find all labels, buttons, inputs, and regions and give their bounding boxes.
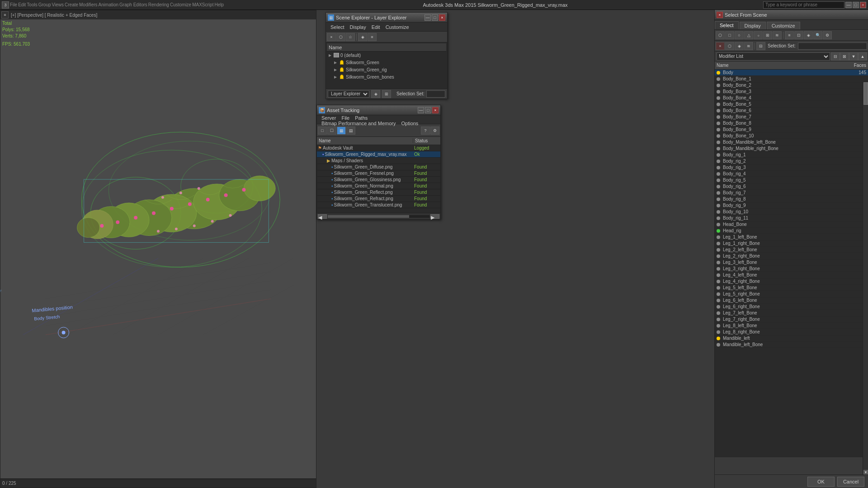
at-btn-3[interactable]: ▦ — [337, 127, 346, 135]
scene-item-30[interactable]: Leg_3_left_Bone — [715, 259, 868, 266]
sfs-close-btn[interactable]: × — [717, 12, 723, 18]
scene-item-16[interactable]: Body_rig_4 — [715, 171, 868, 177]
sfs-tab-display[interactable]: Display — [740, 22, 766, 29]
le-btn-5[interactable]: ≡ — [368, 33, 377, 41]
le-btn-1[interactable]: × — [327, 33, 336, 41]
scene-item-12[interactable]: Body_Mandible_right_Bone — [715, 145, 868, 152]
sfs-btn-sel2[interactable]: □ — [725, 31, 734, 39]
scene-item-31[interactable]: Leg_3_right_Bone — [715, 266, 868, 272]
sfs-mod-btn2[interactable]: ⊠ — [840, 52, 849, 61]
scene-item-39[interactable]: Leg_7_right_Bone — [715, 316, 868, 323]
vp-menu-btn[interactable]: ≡ — [1, 11, 9, 19]
sfs-selection-set-input[interactable] — [798, 42, 867, 50]
at-settings-btn[interactable]: ⚙ — [430, 127, 439, 135]
scroll-right-btn[interactable]: ▶ — [430, 214, 439, 219]
sfs-btn-t3[interactable]: ≋ — [744, 42, 753, 50]
scene-item-0[interactable]: Body145 — [715, 70, 868, 76]
menu-create[interactable]: Create — [65, 2, 78, 7]
menu-group[interactable]: Group — [38, 2, 51, 7]
scene-item-28[interactable]: Leg_2_left_Bone — [715, 247, 868, 253]
asset-tracking-titlebar[interactable]: 📦 Asset Tracking — □ × — [317, 105, 440, 115]
layer-bottom-select[interactable]: Layer Explorer — [328, 90, 369, 98]
scene-item-7[interactable]: Body_Bone_7 — [715, 114, 868, 120]
scene-item-4[interactable]: Body_Bone_4 — [715, 95, 868, 101]
menu-customize[interactable]: Customize — [170, 2, 191, 7]
asset-row-normal[interactable]: ▪Silkworm_Green_Normal.png Found — [317, 183, 440, 189]
scene-item-35[interactable]: Leg_5_right_Bone — [715, 291, 868, 297]
scene-item-15[interactable]: Body_rig_3 — [715, 164, 868, 171]
menu-views[interactable]: Views — [52, 2, 64, 7]
le-menu-customize[interactable]: Customize — [383, 24, 412, 30]
sfs-btn-t1[interactable]: ⬡ — [725, 42, 734, 50]
scene-item-27[interactable]: Leg_1_right_Bone — [715, 240, 868, 247]
asset-row-translucent[interactable]: ▪Silkworm_Green_Translucent.png Found — [317, 202, 440, 208]
selection-set-input[interactable] — [426, 90, 445, 98]
le-menu-display[interactable]: Display — [347, 24, 369, 30]
maximize-btn[interactable]: □ — [853, 2, 859, 8]
at-menu-server[interactable]: Server — [319, 115, 339, 121]
menu-file[interactable]: File — [10, 2, 17, 7]
le-btn-2[interactable]: ⬡ — [336, 33, 345, 41]
asset-tracking-maximize[interactable]: □ — [425, 107, 431, 113]
scene-item-33[interactable]: Leg_4_right_Bone — [715, 278, 868, 285]
at-menu-paths[interactable]: Paths — [352, 115, 370, 121]
sfs-mod-btn3[interactable]: ▼ — [849, 52, 858, 61]
scene-item-10[interactable]: Body_Bone_10 — [715, 133, 868, 139]
at-help-btn[interactable]: ? — [421, 127, 430, 135]
le-menu-edit[interactable]: Edit — [369, 24, 383, 30]
layer-item-default[interactable]: ▶ 0 (default) — [327, 52, 446, 59]
scene-item-22[interactable]: Body_rig_10 — [715, 209, 868, 215]
sfs-btn-filter1[interactable]: ≡ — [785, 31, 794, 39]
scene-item-13[interactable]: Body_rig_1 — [715, 152, 868, 158]
scene-item-38[interactable]: Leg_7_left_Bone — [715, 310, 868, 316]
menu-tools[interactable]: Tools — [27, 2, 37, 7]
sfs-tab-customize[interactable]: Customize — [767, 22, 800, 29]
sfs-close-x[interactable]: × — [716, 42, 725, 50]
sfs-ok-btn[interactable]: OK — [807, 477, 835, 487]
le-btn-4[interactable]: ◈ — [358, 33, 367, 41]
scene-item-5[interactable]: Body_Bone_5 — [715, 101, 868, 108]
asset-row-diffuse[interactable]: ▪Silkworm_Green_Diffuse.png Found — [317, 164, 440, 170]
scene-item-1[interactable]: Body_Bone_1 — [715, 76, 868, 82]
scene-item-36[interactable]: Leg_6_left_Bone — [715, 297, 868, 304]
sfs-btn-filter2[interactable]: ⊡ — [794, 31, 803, 39]
at-menu-file[interactable]: File — [339, 115, 352, 121]
scroll-left-btn[interactable]: ◀ — [318, 214, 327, 219]
layer-explorer-close[interactable]: × — [439, 14, 445, 21]
asset-row-vault[interactable]: ⚑Autodesk Vault Logged — [317, 145, 440, 151]
le-menu-select[interactable]: Select — [328, 24, 347, 30]
sfs-btn-filter3[interactable]: ◈ — [804, 31, 813, 39]
scene-item-2[interactable]: Body_Bone_2 — [715, 82, 868, 89]
scene-item-25[interactable]: Head_rig — [715, 228, 868, 234]
scene-item-17[interactable]: Body_rig_5 — [715, 177, 868, 183]
scene-item-41[interactable]: Leg_8_right_Bone — [715, 329, 868, 335]
layer-explorer-maximize[interactable]: □ — [432, 14, 438, 21]
at-menu-options[interactable]: Options — [398, 121, 421, 126]
asset-hscrollbar[interactable]: ◀ ▶ — [317, 213, 440, 219]
sfs-modifier-select[interactable]: Modifier List — [717, 52, 830, 61]
asset-row-maxfile[interactable]: ▪Silkworm_Green_Rigged_max_vray.max Ok — [317, 151, 440, 158]
sfs-mod-btn1[interactable]: ⊟ — [831, 52, 840, 61]
asset-row-fresnel[interactable]: ▪Silkworm_Green_Fresnel.png Found — [317, 170, 440, 177]
scene-item-18[interactable]: Body_rig_6 — [715, 183, 868, 190]
menu-modifiers[interactable]: Modifiers — [79, 2, 98, 7]
layer-item-silkworm-green[interactable]: ▶ Silkworm_Green — [327, 59, 446, 66]
search-input[interactable] — [763, 1, 844, 9]
asset-tracking-close[interactable]: × — [432, 107, 439, 113]
asset-tracking-minimize[interactable]: — — [418, 107, 424, 113]
menu-animation[interactable]: Animation — [99, 2, 118, 7]
le-bottom-btn1[interactable]: ◈ — [371, 90, 380, 98]
scene-item-43[interactable]: Mandible_left_Bone — [715, 342, 868, 348]
scene-item-23[interactable]: Body_rig_11 — [715, 215, 868, 221]
scene-item-24[interactable]: Head_Bone — [715, 221, 868, 228]
minimize-btn[interactable]: — — [845, 2, 852, 8]
scene-item-6[interactable]: Body_Bone_6 — [715, 108, 868, 114]
sfs-btn-filter4[interactable]: 🔍 — [813, 31, 822, 39]
scene-item-19[interactable]: Body_rig_7 — [715, 190, 868, 196]
menu-edit[interactable]: Edit — [18, 2, 26, 7]
menu-help[interactable]: Help — [214, 2, 224, 7]
sfs-btn-filter5[interactable]: ⚙ — [823, 31, 832, 39]
scene-item-8[interactable]: Body_Bone_8 — [715, 120, 868, 127]
sfs-scroll-down[interactable]: ▼ — [863, 470, 868, 474]
sfs-scrollbar-thumb[interactable] — [863, 82, 868, 105]
